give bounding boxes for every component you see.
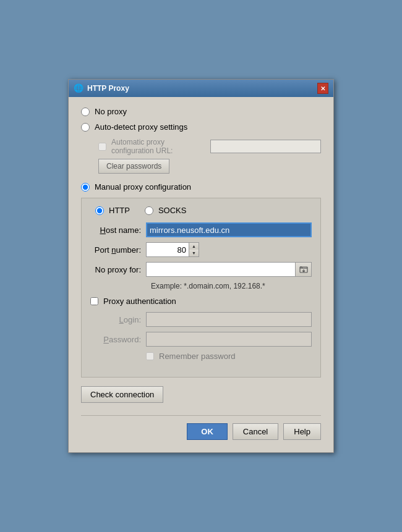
port-input-wrap: ▲ ▼ — [146, 242, 199, 257]
dialog-icon: 🌐 — [74, 83, 83, 93]
host-name-row: Host name: — [90, 222, 312, 237]
bottom-divider — [81, 415, 321, 416]
manual-proxy-section: HTTP SOCKS Host name: Port number: — [81, 198, 321, 378]
title-bar: 🌐 HTTP Proxy ✕ — [69, 80, 333, 97]
no-proxy-radio[interactable] — [81, 108, 90, 116]
password-label: Password: — [90, 335, 146, 344]
no-proxy-browse-button[interactable] — [296, 262, 312, 277]
proxy-auth-label[interactable]: Proxy authentication — [103, 297, 176, 306]
port-number-label: Port number: — [90, 245, 146, 255]
ok-button[interactable]: OK — [187, 423, 228, 440]
auto-detect-row: Auto-detect proxy settings — [81, 122, 321, 132]
socks-row: SOCKS — [145, 206, 187, 215]
manual-proxy-row: Manual proxy configuration — [81, 182, 321, 192]
button-row: OK Cancel Help — [81, 423, 321, 442]
no-proxy-for-label: No proxy for: — [90, 265, 146, 274]
remember-password-label: Remember password — [159, 352, 236, 361]
password-row: Password: — [90, 332, 312, 347]
auto-detect-radio[interactable] — [81, 123, 90, 132]
title-bar-left: 🌐 HTTP Proxy — [74, 83, 129, 93]
host-name-input[interactable] — [146, 222, 312, 237]
proxy-auth-row: Proxy authentication — [90, 297, 312, 306]
auto-url-input[interactable] — [210, 140, 321, 153]
no-proxy-label[interactable]: No proxy — [95, 107, 127, 116]
auto-url-label: Automatic proxy configuration URL: — [111, 138, 205, 155]
dialog-content: No proxy Auto-detect proxy settings Auto… — [69, 97, 333, 452]
manual-proxy-radio[interactable] — [81, 183, 90, 192]
port-spinner: ▲ ▼ — [189, 242, 199, 257]
password-input[interactable] — [146, 332, 312, 347]
http-radio[interactable] — [95, 206, 104, 215]
check-connection-button[interactable]: Check connection — [81, 386, 163, 403]
login-row: Login: — [90, 312, 312, 327]
socks-radio[interactable] — [145, 206, 153, 215]
manual-proxy-label[interactable]: Manual proxy configuration — [95, 182, 191, 192]
no-proxy-wrap — [146, 262, 312, 277]
port-decrement-button[interactable]: ▼ — [189, 250, 199, 256]
http-row: HTTP — [95, 206, 130, 215]
close-button[interactable]: ✕ — [317, 83, 328, 94]
port-increment-button[interactable]: ▲ — [189, 243, 199, 250]
http-socks-row: HTTP SOCKS — [95, 206, 312, 215]
no-proxy-for-row: No proxy for: — [90, 262, 312, 277]
auto-proxy-url-row: Automatic proxy configuration URL: — [98, 138, 321, 155]
example-text: Example: *.domain.com, 192.168.* — [146, 282, 312, 290]
proxy-auth-checkbox[interactable] — [90, 297, 98, 305]
port-number-row: Port number: ▲ ▼ — [90, 242, 312, 257]
login-input[interactable] — [146, 312, 312, 327]
clear-passwords-button[interactable]: Clear passwords — [98, 159, 169, 174]
no-proxy-row: No proxy — [81, 107, 321, 116]
host-name-label: Host name: — [90, 226, 146, 235]
login-label: Login: — [90, 315, 146, 324]
auto-detect-label[interactable]: Auto-detect proxy settings — [95, 122, 187, 132]
socks-label[interactable]: SOCKS — [158, 206, 187, 215]
http-label[interactable]: HTTP — [109, 206, 130, 215]
help-button[interactable]: Help — [283, 423, 321, 440]
http-proxy-dialog: 🌐 HTTP Proxy ✕ No proxy Auto-detect prox… — [68, 79, 334, 453]
check-connection-container: Check connection — [81, 386, 321, 413]
auto-url-checkbox[interactable] — [98, 143, 106, 151]
port-number-input[interactable] — [146, 242, 189, 257]
cancel-button[interactable]: Cancel — [233, 423, 278, 440]
remember-password-checkbox[interactable] — [146, 352, 154, 360]
dialog-title: HTTP Proxy — [87, 84, 129, 93]
host-underline: H — [100, 226, 106, 235]
no-proxy-for-input[interactable] — [146, 262, 296, 277]
folder-download-icon — [299, 265, 308, 274]
remember-password-row: Remember password — [146, 352, 312, 361]
